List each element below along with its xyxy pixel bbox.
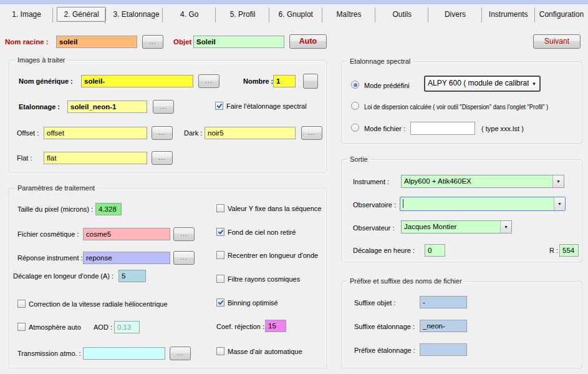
instrument-dropdown[interactable]: Alpy600 + Atik460EX ▼ [401,175,564,188]
fichier-cosmetique-input[interactable]: cosme5 [83,228,170,240]
binning-label: Binning optimisé [228,299,278,307]
fond-ciel-label: Fond de ciel non retiré [228,229,296,236]
chevron-down-icon[interactable]: ▼ [554,197,565,210]
text-cursor [403,199,403,208]
faire-etalonnage-checkbox[interactable] [215,102,223,110]
recentrer-checkbox[interactable] [216,251,224,259]
r-input[interactable]: 554 [559,244,579,257]
filtre-cosmiques-label: Filtre rayons cosmiques [228,275,300,283]
mode-predefini-radio[interactable] [351,81,359,89]
ellipsis-icon: ... [149,38,156,45]
tab-gnuplot[interactable]: 6. Gnuplot [269,6,322,22]
mode-fichier-radio[interactable] [351,124,359,132]
mode-predefini-label: Mode prédéfini [364,82,410,89]
isis-general-tab-window: 1. Image 2. Général 3. Etalonnage 4. Go … [0,0,588,374]
offset-browse-button[interactable]: ... [152,126,173,140]
nombre-button[interactable] [303,74,318,89]
etalonnage-label: Etalonnage : [19,103,60,111]
fichier-cosmetique-browse-button[interactable]: ... [173,227,195,241]
transmission-input[interactable] [83,347,165,360]
suivant-button[interactable]: Suivant [533,34,581,49]
observateur-dropdown[interactable]: Jacques Montier ▼ [401,220,512,234]
offset-label: Offset : [17,129,39,137]
decalage-heure-input[interactable]: 0 [425,244,445,257]
flat-browse-button[interactable]: ... [152,151,173,165]
tab-outils[interactable]: Outils [375,6,428,22]
filtre-cosmiques-checkbox[interactable] [216,275,224,283]
etalonnage-browse-button[interactable]: ... [153,100,174,114]
ellipsis-icon: ... [158,129,165,136]
mode-predefini-dropdown[interactable]: ALPY 600 ( module de calibration ) ▼ [424,76,541,92]
flat-input[interactable]: flat [44,152,147,164]
coef-rejection-label: Coef. réjection : [216,323,264,330]
window-top-edge [0,0,588,4]
aod-label: AOD : [94,323,112,331]
tab-configuration[interactable]: Configuration [535,6,588,22]
correction-vitesse-label: Correction de la vitesse radiale hélioce… [29,300,168,308]
loi-dispersion-radio[interactable] [351,102,359,110]
auto-button[interactable]: Auto [289,34,327,49]
parametres-title: Paramètres de traitement [15,184,97,192]
ellipsis-icon: ... [308,129,315,136]
instrument-label: Instrument : [353,178,389,185]
chevron-down-icon[interactable]: ▼ [529,77,539,91]
binning-checkbox[interactable] [216,298,224,307]
dark-input[interactable]: noir5 [205,127,296,139]
tab-general[interactable]: 2. Général [57,7,106,22]
nombre-input[interactable]: 1 [273,75,296,87]
suffixe-etalonnage-input[interactable]: _neon- [420,320,467,332]
nombre-label: Nombre : [243,77,273,85]
valeur-y-label: Valeur Y fixe dans la séquence [228,205,321,212]
coef-rejection-input[interactable]: 15 [265,320,286,332]
ellipsis-icon: ... [176,350,183,357]
ellipsis-icon: ... [180,254,187,261]
observateur-value: Jacques Montier [402,221,500,233]
tab-maitres[interactable]: Maîtres [322,6,375,22]
nom-generique-input[interactable]: soleil- [81,75,193,87]
atmosphere-auto-checkbox[interactable] [17,323,26,331]
nom-racine-input[interactable]: soleil [56,36,137,48]
tab-divers[interactable]: Divers [428,6,481,22]
dark-label: Dark : [184,129,202,137]
mode-fichier-input[interactable] [410,122,475,135]
ellipsis-icon: ... [158,154,165,161]
objet-input[interactable]: Soleil [193,36,284,48]
decalage-onde-input[interactable]: 5 [118,270,146,282]
prefixe-etalonnage-input[interactable] [420,343,467,356]
tab-go[interactable]: 4. Go [163,6,216,22]
offset-input[interactable]: offset [44,127,147,139]
suffixe-objet-input[interactable]: - [420,296,467,308]
reponse-instrument-label: Réponse instrument : [17,254,83,262]
reponse-browse-button[interactable]: ... [173,251,195,265]
reponse-instrument-input[interactable]: reponse [83,252,170,264]
nom-racine-browse-button[interactable]: ... [142,35,163,49]
transmission-label: Transmission atmo. : [17,350,81,357]
chevron-down-icon[interactable]: ▼ [552,175,564,187]
valeur-y-checkbox[interactable] [216,204,224,212]
instrument-value: Alpy600 + Atik460EX [402,175,552,187]
tab-instruments[interactable]: Instruments [482,6,535,22]
atmosphere-auto-label: Atmosphère auto [29,323,81,331]
ellipsis-icon: ... [160,103,166,110]
decalage-onde-label: Décalage en longeur d'onde (A) : [13,272,113,280]
dark-browse-button[interactable]: ... [301,126,322,140]
fond-ciel-checkbox[interactable] [216,228,224,236]
etalonnage-input[interactable]: soleil_neon-1 [67,101,147,113]
etalonnage-spectral-title: Etalonnage spectral [347,57,413,65]
observatoire-dropdown[interactable]: ▼ [400,197,566,211]
decalage-heure-label: Décalage en heure : [353,247,415,254]
prefixe-etalonnage-label: Préfixe étalonnage : [354,347,415,354]
transmission-browse-button[interactable]: ... [170,347,191,360]
tab-image[interactable]: 1. Image [0,6,53,22]
suffixe-etalonnage-label: Suffixe étalonnage : [354,323,415,330]
aod-input[interactable]: 0.13 [114,321,140,333]
flat-label: Flat : [17,154,32,162]
tab-etalonnage[interactable]: 3. Etalonnage [110,6,163,22]
taille-pixel-label: Taille du pixel (microns) : [17,205,93,213]
masse-air-checkbox[interactable] [216,347,224,355]
chevron-down-icon[interactable]: ▼ [500,221,511,233]
nom-generique-browse-button[interactable]: ... [198,74,219,88]
tab-profil[interactable]: 5. Profil [216,6,269,22]
taille-pixel-input[interactable]: 4.328 [95,203,122,215]
correction-vitesse-checkbox[interactable] [17,300,26,308]
